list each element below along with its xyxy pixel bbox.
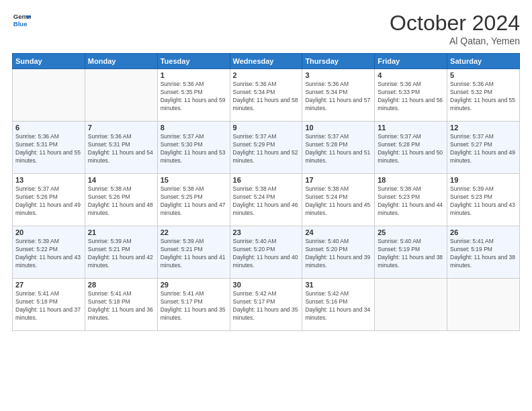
day-info: Sunrise: 5:36 AM Sunset: 5:31 PM Dayligh… (15, 133, 82, 165)
calendar-cell: 5Sunrise: 5:36 AM Sunset: 5:32 PM Daylig… (447, 69, 520, 122)
svg-text:Blue: Blue (13, 20, 28, 28)
calendar-table: SundayMondayTuesdayWednesdayThursdayFrid… (12, 53, 520, 331)
calendar-cell: 11Sunrise: 5:37 AM Sunset: 5:28 PM Dayli… (375, 122, 447, 174)
calendar-cell: 3Sunrise: 5:36 AM Sunset: 5:34 PM Daylig… (302, 69, 375, 122)
day-number: 27 (15, 281, 82, 289)
day-number: 23 (233, 228, 300, 236)
day-info: Sunrise: 5:41 AM Sunset: 5:17 PM Dayligh… (161, 290, 227, 322)
calendar-week-row: 13Sunrise: 5:37 AM Sunset: 5:26 PM Dayli… (13, 174, 520, 226)
calendar-cell: 15Sunrise: 5:38 AM Sunset: 5:25 PM Dayli… (157, 174, 230, 226)
calendar-cell: 27Sunrise: 5:41 AM Sunset: 5:18 PM Dayli… (13, 279, 85, 331)
weekday-header-friday: Friday (375, 54, 447, 69)
day-number: 12 (450, 124, 517, 132)
weekday-header-row: SundayMondayTuesdayWednesdayThursdayFrid… (13, 54, 520, 69)
day-info: Sunrise: 5:37 AM Sunset: 5:27 PM Dayligh… (450, 133, 517, 165)
day-info: Sunrise: 5:38 AM Sunset: 5:26 PM Dayligh… (88, 185, 154, 218)
day-number: 4 (378, 71, 444, 79)
day-info: Sunrise: 5:40 AM Sunset: 5:20 PM Dayligh… (305, 238, 371, 270)
day-info: Sunrise: 5:39 AM Sunset: 5:23 PM Dayligh… (450, 185, 517, 218)
day-info: Sunrise: 5:38 AM Sunset: 5:25 PM Dayligh… (161, 185, 227, 218)
day-number: 14 (88, 176, 154, 184)
logo-icon: General Blue (12, 11, 31, 30)
day-info: Sunrise: 5:36 AM Sunset: 5:31 PM Dayligh… (88, 133, 154, 165)
calendar-cell: 25Sunrise: 5:40 AM Sunset: 5:19 PM Dayli… (375, 226, 447, 279)
weekday-header-saturday: Saturday (447, 54, 520, 69)
calendar-cell: 30Sunrise: 5:42 AM Sunset: 5:17 PM Dayli… (230, 279, 302, 331)
calendar-cell: 4Sunrise: 5:36 AM Sunset: 5:33 PM Daylig… (375, 69, 447, 122)
day-number: 24 (305, 228, 371, 236)
calendar-cell (13, 69, 85, 122)
day-number: 30 (233, 281, 300, 289)
day-info: Sunrise: 5:36 AM Sunset: 5:34 PM Dayligh… (233, 81, 300, 113)
day-number: 7 (88, 124, 154, 132)
day-info: Sunrise: 5:41 AM Sunset: 5:18 PM Dayligh… (15, 290, 82, 322)
month-title: October 2024 (390, 11, 520, 36)
calendar-cell: 23Sunrise: 5:40 AM Sunset: 5:20 PM Dayli… (230, 226, 302, 279)
day-number: 6 (15, 124, 82, 132)
weekday-header-thursday: Thursday (302, 54, 375, 69)
day-number: 19 (450, 176, 517, 184)
day-info: Sunrise: 5:39 AM Sunset: 5:21 PM Dayligh… (161, 238, 227, 270)
calendar-cell (85, 69, 157, 122)
day-info: Sunrise: 5:41 AM Sunset: 5:18 PM Dayligh… (88, 290, 154, 322)
day-number: 20 (15, 228, 82, 236)
day-number: 22 (161, 228, 227, 236)
location: Al Qatan, Yemen (390, 36, 520, 46)
day-number: 29 (161, 281, 227, 289)
day-number: 9 (233, 124, 300, 132)
calendar-cell: 24Sunrise: 5:40 AM Sunset: 5:20 PM Dayli… (302, 226, 375, 279)
calendar-cell: 31Sunrise: 5:42 AM Sunset: 5:16 PM Dayli… (302, 279, 375, 331)
day-info: Sunrise: 5:37 AM Sunset: 5:28 PM Dayligh… (305, 133, 371, 165)
day-info: Sunrise: 5:42 AM Sunset: 5:16 PM Dayligh… (305, 290, 371, 322)
calendar-cell: 19Sunrise: 5:39 AM Sunset: 5:23 PM Dayli… (447, 174, 520, 226)
day-info: Sunrise: 5:36 AM Sunset: 5:32 PM Dayligh… (450, 81, 517, 113)
calendar-cell: 28Sunrise: 5:41 AM Sunset: 5:18 PM Dayli… (85, 279, 157, 331)
day-info: Sunrise: 5:36 AM Sunset: 5:34 PM Dayligh… (305, 81, 371, 113)
calendar-cell: 13Sunrise: 5:37 AM Sunset: 5:26 PM Dayli… (13, 174, 85, 226)
calendar-cell: 6Sunrise: 5:36 AM Sunset: 5:31 PM Daylig… (13, 122, 85, 174)
day-info: Sunrise: 5:40 AM Sunset: 5:19 PM Dayligh… (378, 238, 444, 270)
day-info: Sunrise: 5:42 AM Sunset: 5:17 PM Dayligh… (233, 290, 300, 322)
day-number: 8 (161, 124, 227, 132)
day-info: Sunrise: 5:36 AM Sunset: 5:35 PM Dayligh… (161, 81, 227, 113)
calendar-cell: 20Sunrise: 5:39 AM Sunset: 5:22 PM Dayli… (13, 226, 85, 279)
day-number: 1 (161, 71, 227, 79)
weekday-header-monday: Monday (85, 54, 157, 69)
day-number: 18 (378, 176, 444, 184)
day-info: Sunrise: 5:37 AM Sunset: 5:28 PM Dayligh… (378, 133, 444, 165)
day-info: Sunrise: 5:37 AM Sunset: 5:30 PM Dayligh… (161, 133, 227, 165)
calendar-page: General Blue October 2024 Al Qatan, Yeme… (0, 0, 532, 411)
day-number: 17 (305, 176, 371, 184)
calendar-cell: 16Sunrise: 5:38 AM Sunset: 5:24 PM Dayli… (230, 174, 302, 226)
day-info: Sunrise: 5:38 AM Sunset: 5:23 PM Dayligh… (378, 185, 444, 218)
day-info: Sunrise: 5:41 AM Sunset: 5:19 PM Dayligh… (450, 238, 517, 270)
day-info: Sunrise: 5:37 AM Sunset: 5:29 PM Dayligh… (233, 133, 300, 165)
day-number: 2 (233, 71, 300, 79)
header: General Blue October 2024 Al Qatan, Yeme… (12, 11, 520, 46)
day-info: Sunrise: 5:38 AM Sunset: 5:24 PM Dayligh… (305, 185, 371, 218)
day-info: Sunrise: 5:39 AM Sunset: 5:21 PM Dayligh… (88, 238, 154, 270)
calendar-cell: 12Sunrise: 5:37 AM Sunset: 5:27 PM Dayli… (447, 122, 520, 174)
day-number: 10 (305, 124, 371, 132)
calendar-week-row: 20Sunrise: 5:39 AM Sunset: 5:22 PM Dayli… (13, 226, 520, 279)
weekday-header-tuesday: Tuesday (157, 54, 230, 69)
calendar-cell: 14Sunrise: 5:38 AM Sunset: 5:26 PM Dayli… (85, 174, 157, 226)
calendar-cell: 9Sunrise: 5:37 AM Sunset: 5:29 PM Daylig… (230, 122, 302, 174)
calendar-cell: 26Sunrise: 5:41 AM Sunset: 5:19 PM Dayli… (447, 226, 520, 279)
day-info: Sunrise: 5:40 AM Sunset: 5:20 PM Dayligh… (233, 238, 300, 270)
day-number: 25 (378, 228, 444, 236)
calendar-cell: 21Sunrise: 5:39 AM Sunset: 5:21 PM Dayli… (85, 226, 157, 279)
day-number: 11 (378, 124, 444, 132)
day-number: 5 (450, 71, 517, 79)
day-number: 26 (450, 228, 517, 236)
day-number: 31 (305, 281, 371, 289)
calendar-cell (375, 279, 447, 331)
calendar-cell: 2Sunrise: 5:36 AM Sunset: 5:34 PM Daylig… (230, 69, 302, 122)
day-number: 15 (161, 176, 227, 184)
calendar-cell: 18Sunrise: 5:38 AM Sunset: 5:23 PM Dayli… (375, 174, 447, 226)
calendar-week-row: 6Sunrise: 5:36 AM Sunset: 5:31 PM Daylig… (13, 122, 520, 174)
weekday-header-sunday: Sunday (13, 54, 85, 69)
calendar-cell: 29Sunrise: 5:41 AM Sunset: 5:17 PM Dayli… (157, 279, 230, 331)
day-number: 21 (88, 228, 154, 236)
calendar-week-row: 1Sunrise: 5:36 AM Sunset: 5:35 PM Daylig… (13, 69, 520, 122)
